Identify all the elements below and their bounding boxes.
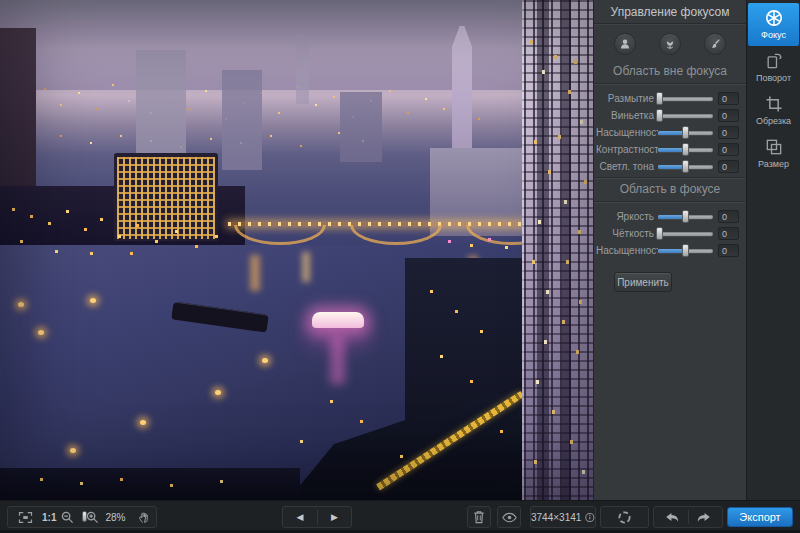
aperture-icon	[764, 8, 784, 28]
photo-canvas[interactable]	[0, 0, 593, 500]
focus-control-panel: Управление фокусом	[593, 0, 746, 500]
tab-crop[interactable]: Обрезка	[748, 89, 799, 132]
slider-handle[interactable]	[682, 244, 689, 257]
slider-row-vignette: Виньетка 0	[594, 107, 746, 124]
slider-label: Яркость	[596, 211, 658, 222]
actual-size-button[interactable]: 1:1	[39, 507, 59, 527]
slider-handle[interactable]	[682, 126, 689, 139]
slider-row-sharpness-in: Чёткость 0	[594, 225, 746, 242]
next-arrow-icon: ▶	[331, 512, 338, 522]
panel-title: Управление фокусом	[594, 0, 746, 24]
reset-icon	[617, 510, 632, 525]
undo-button[interactable]	[654, 507, 688, 527]
zoom-out-icon	[61, 511, 74, 524]
export-button[interactable]: Экспорт	[727, 507, 793, 527]
delete-photo-button[interactable]	[467, 506, 491, 528]
portrait-focus-button[interactable]	[614, 33, 636, 55]
tab-focus[interactable]: Фокус	[748, 3, 799, 46]
reset-all-button[interactable]	[600, 506, 649, 528]
zoom-in-icon	[86, 511, 99, 524]
saturation-in-slider[interactable]	[658, 249, 713, 253]
workspace: Управление фокусом	[0, 0, 800, 500]
fit-to-screen-icon	[18, 511, 33, 524]
tab-rotate[interactable]: Поворот	[748, 46, 799, 89]
slider-value-box[interactable]: 0	[718, 160, 739, 173]
zoom-out-button[interactable]	[59, 507, 76, 527]
tool-tab-bar: Фокус Поворот Обрезка	[746, 0, 800, 500]
slider-handle[interactable]	[656, 109, 663, 122]
slider-value-box[interactable]: 0	[718, 143, 739, 156]
slider-value-box[interactable]: 0	[718, 126, 739, 139]
tab-label: Поворот	[756, 73, 791, 83]
slider-label: Контрастность	[596, 144, 658, 155]
blur-slider[interactable]	[658, 97, 713, 101]
info-icon	[585, 512, 595, 523]
saturation-slider[interactable]	[658, 131, 713, 135]
slider-value-box[interactable]: 0	[718, 109, 739, 122]
brightness-slider[interactable]	[658, 215, 713, 219]
vignette-overlay	[0, 0, 593, 500]
undo-redo-group	[653, 506, 723, 528]
next-photo-button[interactable]: ▶	[318, 507, 351, 527]
photo-editor-window: Управление фокусом	[0, 0, 800, 533]
slider-row-saturation-in: Насыщенность 0	[594, 242, 746, 259]
prev-arrow-icon: ◀	[297, 512, 304, 522]
tab-label: Фокус	[761, 30, 786, 40]
focus-tool-buttons	[594, 24, 746, 61]
pan-hand-button[interactable]	[135, 507, 154, 527]
slider-value-box[interactable]: 0	[718, 227, 739, 240]
slider-value-box[interactable]: 0	[718, 244, 739, 257]
slider-handle[interactable]	[656, 227, 663, 240]
slider-row-blur: Размытие 0	[594, 90, 746, 107]
macro-focus-button[interactable]	[659, 33, 681, 55]
slider-value-box[interactable]: 0	[718, 210, 739, 223]
portrait-icon	[618, 37, 632, 51]
fit-to-screen-button[interactable]	[12, 507, 39, 527]
resize-icon	[764, 137, 784, 157]
compare-original-button[interactable]	[497, 506, 521, 528]
image-size-box[interactable]: 3744×3141	[530, 506, 596, 528]
sharpness-slider[interactable]	[658, 232, 713, 236]
slider-row-contrast-out: Контрастность 0	[594, 141, 746, 158]
slider-label: Виньетка	[596, 110, 658, 121]
redo-button[interactable]	[689, 507, 722, 527]
zoom-slider-handle[interactable]	[82, 511, 87, 522]
previous-photo-button[interactable]: ◀	[283, 507, 317, 527]
in-focus-section-title: Область в фокусе	[594, 179, 746, 201]
tab-resize[interactable]: Размер	[748, 132, 799, 175]
tab-label: Обрезка	[756, 116, 791, 126]
hand-icon	[138, 510, 151, 524]
vignette-slider[interactable]	[658, 114, 713, 118]
brush-focus-button[interactable]	[704, 33, 726, 55]
zoom-level-value: 28%	[105, 512, 125, 523]
apply-button[interactable]: Применить	[614, 272, 672, 292]
undo-icon	[663, 510, 679, 524]
trash-icon	[473, 510, 485, 524]
slider-label: Насыщенность	[596, 127, 658, 138]
image-size-value: 3744×3141	[531, 512, 581, 523]
slider-value-box[interactable]: 0	[718, 92, 739, 105]
slider-handle[interactable]	[656, 92, 663, 105]
out-of-focus-sliders: Размытие 0 Виньетка 0 Насыще	[594, 85, 746, 177]
slider-row-highlights: Светл. тона 0	[594, 158, 746, 175]
redo-icon	[697, 510, 713, 524]
slider-label: Насыщенность	[596, 245, 658, 256]
slider-row-brightness-in: Яркость 0	[594, 208, 746, 225]
macro-flower-icon	[663, 37, 677, 51]
out-of-focus-section-title: Область вне фокуса	[594, 61, 746, 83]
slider-handle[interactable]	[682, 143, 689, 156]
slider-row-saturation-out: Насыщенность 0	[594, 124, 746, 141]
slider-handle[interactable]	[682, 210, 689, 223]
slider-label: Светл. тона	[596, 161, 658, 172]
slider-handle[interactable]	[682, 160, 689, 173]
photo-nav-group: ◀ ▶	[282, 506, 352, 528]
actual-size-label: 1:1	[42, 512, 56, 523]
zoom-controls-group: 1:1 28%	[7, 506, 157, 528]
contrast-slider[interactable]	[658, 148, 713, 152]
crop-icon	[764, 94, 784, 114]
rotate-icon	[764, 51, 784, 71]
slider-label: Размытие	[596, 93, 658, 104]
highlights-slider[interactable]	[658, 165, 713, 169]
in-focus-sliders: Яркость 0 Чёткость 0 Насыщен	[594, 203, 746, 261]
slider-label: Чёткость	[596, 228, 658, 239]
